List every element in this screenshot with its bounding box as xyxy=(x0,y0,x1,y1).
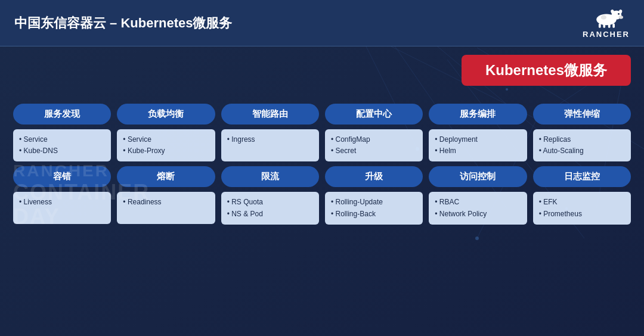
label-orchestration: 服务编排 xyxy=(429,104,527,125)
watermark-line3: DAY xyxy=(13,204,150,229)
label-service-discovery: 服务发现 xyxy=(13,104,111,125)
header: 中国东信容器云 – Kubernetes微服务 xyxy=(0,0,644,46)
detail-item: Secret xyxy=(331,145,417,157)
svg-rect-25 xyxy=(612,23,615,27)
detail-item: Rolling-Update xyxy=(331,197,417,208)
detail-item: Kube-Proxy xyxy=(123,145,209,157)
label-elastic-scaling: 弹性伸缩 xyxy=(533,104,631,125)
detail-item: ConfigMap xyxy=(331,134,417,145)
label-config-center: 配置中心 xyxy=(325,104,423,125)
category-col-smart-routing: 智能路由 Ingress xyxy=(221,104,319,161)
detail-item: RBAC xyxy=(435,197,521,208)
k8s-title-text: Kubernetes微服务 xyxy=(485,62,607,78)
category-col-config-center: 配置中心 ConfigMap Secret xyxy=(325,104,423,161)
rancher-cow-icon xyxy=(590,7,623,29)
category-col-orchestration: 服务编排 Deployment Helm xyxy=(429,104,527,161)
detail-item: Service xyxy=(19,134,105,145)
svg-rect-22 xyxy=(598,23,600,27)
detail-item: Auto-Scaling xyxy=(539,145,625,157)
svg-point-26 xyxy=(618,15,623,19)
rancher-logo-text: RANCHER xyxy=(583,30,630,39)
detail-item: Rolling-Back xyxy=(331,209,417,220)
category-col-elastic-scaling: 弹性伸缩 Replicas Auto-Scaling xyxy=(533,104,631,161)
detail-load-balance: Service Kube-Proxy xyxy=(117,129,215,161)
label-rate-limiting: 限流 xyxy=(221,166,319,187)
svg-rect-24 xyxy=(608,23,610,27)
label-access-control: 访问控制 xyxy=(429,166,527,187)
detail-access-control: RBAC Network Policy xyxy=(429,192,527,224)
rancher-logo: RANCHER xyxy=(583,7,630,39)
detail-item: EFK xyxy=(539,197,625,208)
detail-item: Deployment xyxy=(435,134,521,145)
detail-smart-routing: Ingress xyxy=(221,129,319,161)
category-col-service-discovery: 服务发现 Service Kube-DNS xyxy=(13,104,111,161)
category-col-rate-limiting: 限流 RS Quota NS & Pod xyxy=(221,166,319,224)
detail-item: Prometheus xyxy=(539,209,625,220)
content-area: Kubernetes微服务 服务发现 Service Kube-DNS 负载均衡… xyxy=(0,46,644,235)
detail-item: Kube-DNS xyxy=(19,145,105,157)
svg-rect-23 xyxy=(603,23,605,27)
k8s-title-box: Kubernetes微服务 xyxy=(462,55,631,86)
detail-service-discovery: Service Kube-DNS xyxy=(13,129,111,161)
watermark-line2: CONTAINER xyxy=(13,181,150,204)
main-container: 中国东信容器云 – Kubernetes微服务 xyxy=(0,0,644,336)
category-col-logging: 日志监控 EFK Prometheus xyxy=(533,166,631,224)
detail-item: Helm xyxy=(435,145,521,157)
detail-orchestration: Deployment Helm xyxy=(429,129,527,161)
detail-logging: EFK Prometheus xyxy=(533,192,631,224)
watermark: RANCHER CONTAINER DAY xyxy=(13,161,150,229)
category-col-upgrade: 升级 Rolling-Update Rolling-Back xyxy=(325,166,423,224)
label-upgrade: 升级 xyxy=(325,166,423,187)
detail-rate-limiting: RS Quota NS & Pod xyxy=(221,192,319,224)
category-col-access-control: 访问控制 RBAC Network Policy xyxy=(429,166,527,224)
detail-item: Replicas xyxy=(539,134,625,145)
detail-item: RS Quota xyxy=(227,197,313,208)
label-load-balance: 负载均衡 xyxy=(117,104,215,125)
k8s-title-row: Kubernetes微服务 xyxy=(13,55,631,95)
svg-point-28 xyxy=(600,15,606,19)
detail-upgrade: Rolling-Update Rolling-Back xyxy=(325,192,423,224)
grid-row-1: 服务发现 Service Kube-DNS 负载均衡 Service Kube-… xyxy=(13,104,631,161)
svg-point-27 xyxy=(618,13,620,15)
detail-item: Network Policy xyxy=(435,209,521,220)
detail-item: Service xyxy=(123,134,209,145)
category-col-load-balance: 负载均衡 Service Kube-Proxy xyxy=(117,104,215,161)
detail-elastic-scaling: Replicas Auto-Scaling xyxy=(533,129,631,161)
label-smart-routing: 智能路由 xyxy=(221,104,319,125)
label-logging: 日志监控 xyxy=(533,166,631,187)
detail-item: Ingress xyxy=(227,134,313,145)
watermark-line1: RANCHER xyxy=(13,161,150,181)
header-title: 中国东信容器云 – Kubernetes微服务 xyxy=(14,14,233,32)
detail-config-center: ConfigMap Secret xyxy=(325,129,423,161)
detail-item: NS & Pod xyxy=(227,209,313,220)
